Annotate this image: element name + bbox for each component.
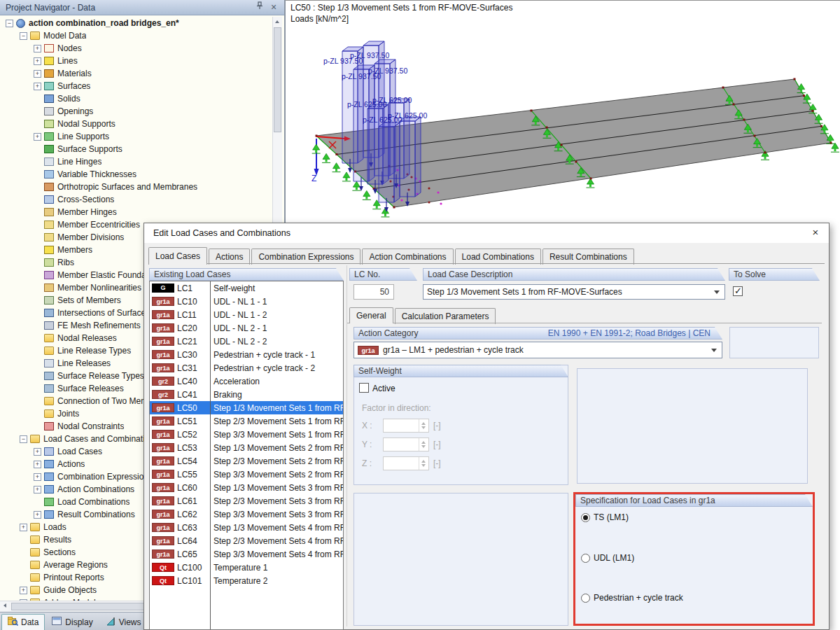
nav-tab-data[interactable]: Data (1, 614, 45, 630)
radio-ts-lm1[interactable] (581, 513, 590, 522)
tree-item-nodes[interactable]: +Nodes (1, 42, 273, 55)
tree-item-openings[interactable]: Openings (1, 105, 273, 118)
load-case-description: Step 3/3 Movement Sets 3 from RF-MOVE-Su… (208, 510, 343, 519)
spinner-arrows-icon[interactable] (419, 457, 428, 470)
load-value-label: p-ZL 937.50 (368, 66, 407, 75)
factor-unit-label: [-] (433, 458, 441, 468)
tree-item-surface-supports[interactable]: Surface Supports (1, 143, 273, 155)
pin-icon[interactable] (253, 1, 266, 14)
tree-item-action-combination-road-bridges-en[interactable]: −action combination_road bridges_en* (1, 17, 273, 29)
load-case-id: LC55 (177, 470, 208, 479)
load-case-row-lc1[interactable]: GLC1Self-weight (150, 281, 343, 295)
load-case-row-lc64[interactable]: gr1aLC64Step 2/3 Movement Sets 4 from RF… (150, 534, 343, 547)
spinner-arrows-icon[interactable] (419, 438, 428, 451)
expand-toggle-icon[interactable]: − (6, 20, 13, 27)
load-case-row-lc40[interactable]: gr2LC40Acceleration (150, 374, 343, 388)
expand-toggle-icon[interactable]: + (34, 83, 41, 90)
expand-toggle-icon[interactable]: − (20, 435, 27, 443)
tree-item-surfaces[interactable]: +Surfaces (1, 80, 273, 92)
close-icon[interactable] (267, 1, 280, 14)
chevron-down-icon[interactable] (714, 290, 720, 294)
factor-spinner-input[interactable] (383, 456, 429, 470)
load-case-row-lc41[interactable]: gr2LC41Braking (150, 388, 343, 401)
chevron-down-icon[interactable] (711, 349, 717, 352)
tree-item-label: Nodes (57, 43, 82, 53)
expand-toggle-icon[interactable]: + (34, 511, 41, 519)
expand-toggle-icon[interactable]: − (20, 32, 27, 40)
tree-item-nodal-supports[interactable]: Nodal Supports (1, 118, 273, 130)
factor-spinner-input[interactable] (383, 438, 429, 451)
load-case-row-lc50[interactable]: gr1aLC50Step 1/3 Movement Sets 1 from RF… (150, 401, 343, 414)
sub-tab-calculation-parameters[interactable]: Calculation Parameters (395, 308, 496, 324)
load-case-row-lc62[interactable]: gr1aLC62Step 3/3 Movement Sets 3 from RF… (150, 507, 343, 521)
load-case-row-lc63[interactable]: gr1aLC63Step 1/3 Movement Sets 4 from RF… (150, 521, 343, 534)
dialog-tab-load-combinations[interactable]: Load Combinations (455, 248, 541, 265)
lc-no-input[interactable]: 50 (354, 284, 394, 300)
tree-item-member-hinges[interactable]: Member Hinges (1, 206, 273, 218)
load-case-row-lc60[interactable]: gr1aLC60Step 1/3 Movement Sets 3 from RF… (150, 481, 343, 494)
tree-item-label: Line Hinges (57, 157, 102, 167)
load-case-row-lc21[interactable]: gr1aLC21UDL - NL 2 - 2 (150, 335, 343, 348)
load-case-row-lc54[interactable]: gr1aLC54Step 2/3 Movement Sets 2 from RF… (150, 454, 343, 468)
dialog-tab-combination-expressions[interactable]: Combination Expressions (251, 248, 360, 265)
expand-toggle-icon[interactable]: + (34, 486, 41, 493)
nav-tab-display[interactable]: Display (46, 615, 98, 630)
load-case-row-lc65[interactable]: gr1aLC65Step 3/3 Movement Sets 4 from RF… (150, 547, 343, 561)
expand-toggle-icon[interactable]: + (34, 461, 41, 468)
expand-toggle-icon[interactable]: + (34, 448, 41, 456)
load-case-row-lc20[interactable]: gr1aLC20UDL - NL 2 - 1 (150, 321, 343, 335)
tree-item-orthotropic-surfaces-and-membranes[interactable]: Orthotropic Surfaces and Membranes (1, 181, 273, 193)
expand-toggle-icon[interactable]: + (34, 133, 41, 141)
tree-item-lines[interactable]: +Lines (1, 55, 273, 67)
expand-toggle-icon[interactable]: + (34, 70, 41, 78)
category-badge: gr1a (152, 310, 174, 319)
tree-item-line-hinges[interactable]: Line Hinges (1, 155, 273, 168)
to-solve-checkbox[interactable] (733, 286, 743, 296)
load-case-row-lc10[interactable]: gr1aLC10UDL - NL 1 - 1 (150, 295, 343, 308)
tree-item-solids[interactable]: Solids (1, 92, 273, 105)
self-weight-active-checkbox[interactable] (359, 383, 369, 393)
load-case-row-lc101[interactable]: QtLC101Temperature 2 (150, 574, 343, 587)
radio-udl-lm1[interactable] (581, 554, 590, 563)
load-case-row-lc30[interactable]: gr1aLC30Pedestrian + cycle track - 1 (150, 348, 343, 361)
dialog-tab-result-combinations[interactable]: Result Combinations (542, 248, 634, 265)
load-case-row-lc11[interactable]: gr1aLC11UDL - NL 1 - 2 (150, 308, 343, 321)
load-case-row-lc55[interactable]: gr1aLC55Step 3/3 Movement Sets 2 from RF… (150, 468, 343, 481)
scrollbar-thumb[interactable] (274, 27, 281, 132)
factor-spinner-input[interactable] (383, 419, 429, 433)
sub-tab-general[interactable]: General (349, 307, 393, 323)
load-case-row-lc100[interactable]: QtLC100Temperature 1 (150, 561, 343, 574)
load-case-row-lc51[interactable]: gr1aLC51Step 2/3 Movement Sets 1 from RF… (150, 414, 343, 428)
category-badge: Qt (152, 563, 174, 572)
tree-item-variable-thicknesses[interactable]: Variable Thicknesses (1, 168, 273, 181)
load-case-row-lc61[interactable]: gr1aLC61Step 2/3 Movement Sets 3 from RF… (150, 494, 343, 507)
tree-item-cross-sections[interactable]: Cross-Sections (1, 193, 273, 206)
action-combinations-icon (44, 485, 54, 493)
nav-tab-views[interactable]: Views (100, 615, 147, 630)
load-case-description: Self-weight (208, 284, 343, 293)
spinner-arrows-icon[interactable] (419, 419, 428, 432)
action-category-combobox[interactable]: gr1a gr1a – LM1 + pedestrian + cycle tra… (354, 342, 722, 358)
radio-pedestrian-cycle-track[interactable] (581, 594, 590, 603)
viewport-units-label: Loads [kN/m^2] (290, 14, 349, 24)
tree-item-model-data[interactable]: −Model Data (1, 29, 273, 42)
load-case-description: UDL - NL 2 - 1 (208, 323, 343, 333)
tree-item-materials[interactable]: +Materials (1, 67, 273, 80)
expand-toggle-icon[interactable]: + (20, 587, 27, 594)
scroll-left-icon[interactable] (0, 601, 8, 611)
load-case-id: LC63 (177, 523, 208, 533)
expand-toggle-icon[interactable]: + (34, 57, 41, 65)
expand-toggle-icon[interactable]: + (34, 45, 41, 52)
dialog-tab-load-cases[interactable]: Load Cases (148, 247, 207, 265)
load-case-row-lc52[interactable]: gr1aLC52Step 3/3 Movement Sets 1 from RF… (150, 428, 343, 441)
dialog-tab-actions[interactable]: Actions (209, 248, 250, 265)
dialog-close-icon[interactable] (805, 225, 826, 240)
load-case-description-combobox[interactable]: Step 1/3 Movement Sets 1 from RF-MOVE-Su… (423, 284, 725, 300)
load-case-row-lc53[interactable]: gr1aLC53Step 1/3 Movement Sets 2 from RF… (150, 441, 343, 454)
expand-toggle-icon[interactable]: + (20, 524, 27, 531)
expand-toggle-icon[interactable]: + (34, 473, 41, 481)
scroll-up-icon[interactable] (273, 17, 281, 27)
dialog-tab-action-combinations[interactable]: Action Combinations (362, 248, 453, 265)
tree-item-line-supports[interactable]: +Line Supports (1, 130, 273, 143)
load-case-row-lc31[interactable]: gr1aLC31Pedestrian + cycle track - 2 (150, 361, 343, 374)
